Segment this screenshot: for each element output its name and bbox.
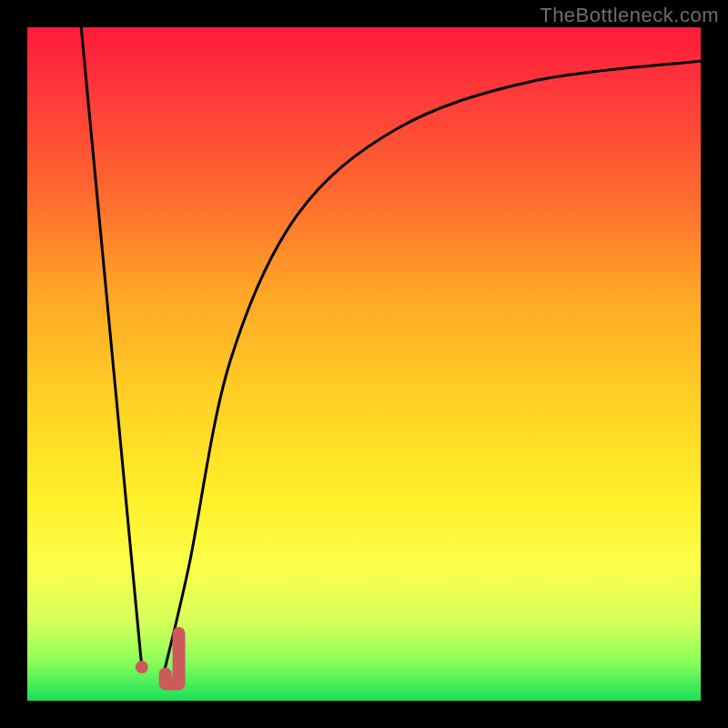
left-line-path [81, 27, 142, 667]
curve-layer [27, 27, 701, 701]
chart-frame: TheBottleneck.com [0, 0, 728, 728]
plot-area [27, 27, 701, 701]
marker-dot [136, 661, 148, 673]
watermark-text: TheBottleneck.com [540, 4, 719, 27]
right-curve-path [162, 61, 701, 681]
